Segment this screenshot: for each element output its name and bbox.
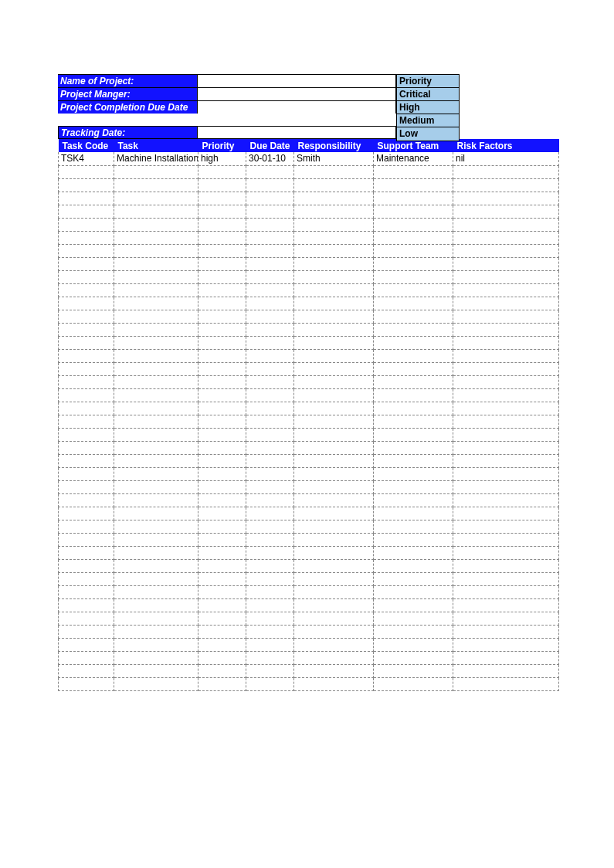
table-cell[interactable] xyxy=(114,336,198,349)
table-cell[interactable] xyxy=(246,651,294,664)
table-cell[interactable] xyxy=(453,559,559,572)
table-cell[interactable] xyxy=(246,323,294,336)
table-cell[interactable] xyxy=(198,218,246,231)
table-row[interactable] xyxy=(59,467,559,480)
table-cell[interactable]: Maintenance xyxy=(374,152,453,165)
table-row[interactable] xyxy=(59,165,559,178)
table-cell[interactable] xyxy=(374,362,453,375)
table-cell[interactable] xyxy=(246,388,294,402)
table-cell[interactable] xyxy=(246,244,294,257)
table-cell[interactable] xyxy=(114,231,198,244)
table-row[interactable] xyxy=(59,231,559,244)
table-cell[interactable] xyxy=(59,664,114,677)
table-cell[interactable] xyxy=(59,559,114,572)
table-cell[interactable] xyxy=(114,454,198,467)
table-cell[interactable] xyxy=(114,244,198,257)
table-cell[interactable] xyxy=(198,454,246,467)
table-cell[interactable] xyxy=(374,428,453,441)
table-row[interactable]: TSK4Machine Installationhigh30-01-10Smit… xyxy=(59,152,559,165)
table-cell[interactable] xyxy=(374,625,453,638)
table-cell[interactable] xyxy=(198,297,246,310)
table-cell[interactable] xyxy=(246,572,294,585)
table-cell[interactable] xyxy=(114,362,198,375)
table-cell[interactable] xyxy=(246,375,294,388)
table-row[interactable] xyxy=(59,454,559,467)
table-cell[interactable] xyxy=(294,533,374,546)
table-cell[interactable] xyxy=(114,638,198,651)
table-row[interactable] xyxy=(59,441,559,454)
table-cell[interactable] xyxy=(246,520,294,533)
table-cell[interactable] xyxy=(294,664,374,677)
table-cell[interactable] xyxy=(198,572,246,585)
table-row[interactable] xyxy=(59,270,559,283)
table-cell[interactable] xyxy=(294,559,374,572)
table-cell[interactable] xyxy=(59,375,114,388)
table-cell[interactable] xyxy=(59,349,114,362)
table-cell[interactable] xyxy=(198,388,246,402)
table-cell[interactable] xyxy=(453,507,559,520)
table-cell[interactable] xyxy=(59,205,114,218)
table-cell[interactable] xyxy=(114,205,198,218)
table-cell[interactable] xyxy=(246,297,294,310)
table-cell[interactable] xyxy=(374,467,453,480)
table-cell[interactable] xyxy=(114,664,198,677)
table-row[interactable] xyxy=(59,677,559,690)
table-cell[interactable] xyxy=(374,270,453,283)
table-cell[interactable] xyxy=(59,283,114,297)
table-cell[interactable] xyxy=(246,467,294,480)
table-row[interactable] xyxy=(59,533,559,546)
table-row[interactable] xyxy=(59,205,559,218)
table-row[interactable] xyxy=(59,625,559,638)
table-cell[interactable] xyxy=(59,677,114,690)
table-row[interactable] xyxy=(59,559,559,572)
table-cell[interactable] xyxy=(114,310,198,323)
table-cell[interactable] xyxy=(59,270,114,283)
table-cell[interactable] xyxy=(59,336,114,349)
table-cell[interactable] xyxy=(453,454,559,467)
table-cell[interactable] xyxy=(198,520,246,533)
table-cell[interactable] xyxy=(114,677,198,690)
table-cell[interactable] xyxy=(246,638,294,651)
table-cell[interactable] xyxy=(246,178,294,192)
table-cell[interactable] xyxy=(198,205,246,218)
col-risk-factors[interactable]: Risk Factors xyxy=(453,139,559,152)
table-cell[interactable] xyxy=(294,375,374,388)
col-responsibility[interactable]: Responsibility xyxy=(294,139,374,152)
table-cell[interactable] xyxy=(374,454,453,467)
table-cell[interactable] xyxy=(114,323,198,336)
table-cell[interactable] xyxy=(374,598,453,612)
table-row[interactable] xyxy=(59,402,559,415)
table-cell[interactable] xyxy=(59,323,114,336)
table-cell[interactable] xyxy=(374,651,453,664)
table-cell[interactable] xyxy=(294,428,374,441)
table-row[interactable] xyxy=(59,428,559,441)
table-cell[interactable] xyxy=(294,402,374,415)
table-cell[interactable] xyxy=(453,270,559,283)
table-cell[interactable] xyxy=(114,165,198,178)
table-cell[interactable] xyxy=(453,480,559,493)
table-cell[interactable] xyxy=(59,612,114,625)
table-cell[interactable] xyxy=(114,559,198,572)
table-cell[interactable] xyxy=(374,231,453,244)
table-cell[interactable] xyxy=(294,270,374,283)
table-cell[interactable] xyxy=(198,493,246,507)
table-cell[interactable] xyxy=(198,244,246,257)
table-cell[interactable] xyxy=(294,493,374,507)
table-cell[interactable] xyxy=(114,598,198,612)
table-cell[interactable] xyxy=(374,585,453,598)
table-cell[interactable] xyxy=(453,428,559,441)
table-cell[interactable] xyxy=(198,638,246,651)
table-cell[interactable] xyxy=(453,310,559,323)
table-cell[interactable] xyxy=(246,507,294,520)
tracking-date-value[interactable] xyxy=(198,126,396,139)
table-cell[interactable] xyxy=(453,651,559,664)
table-row[interactable] xyxy=(59,257,559,270)
table-row[interactable] xyxy=(59,192,559,205)
table-cell[interactable] xyxy=(294,454,374,467)
table-cell[interactable] xyxy=(374,441,453,454)
table-cell[interactable] xyxy=(294,218,374,231)
table-cell[interactable] xyxy=(453,572,559,585)
table-cell[interactable] xyxy=(294,467,374,480)
table-cell[interactable] xyxy=(114,297,198,310)
table-cell[interactable] xyxy=(59,520,114,533)
